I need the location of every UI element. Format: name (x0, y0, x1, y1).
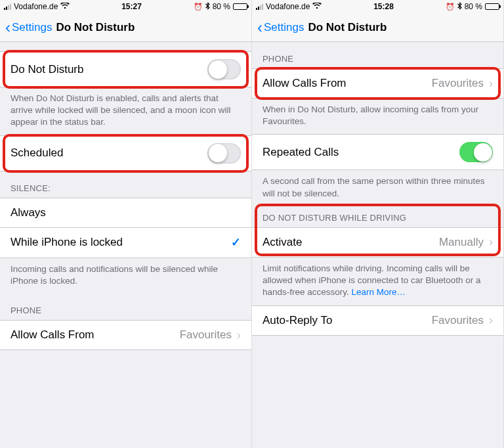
silence-always-label: Always (10, 206, 241, 219)
bluetooth-icon (205, 2, 210, 11)
status-bar: Vodafone.de 15:27 ⏰ 80 % (0, 0, 251, 13)
highlight-dnd: Do Not Disturb (0, 51, 251, 87)
chevron-right-icon: › (489, 313, 493, 327)
screen-right: Vodafone.de 15:28 ⏰ 80 % ‹ Settings Do N… (252, 0, 504, 448)
allow-calls-label: Allow Calls From (262, 77, 432, 90)
phone-header-left: PHONE (0, 294, 251, 320)
allow-calls-footer: When in Do Not Disturb, allow incoming c… (252, 99, 503, 134)
chevron-left-icon: ‹ (5, 20, 10, 35)
repeated-calls-toggle[interactable] (459, 142, 493, 162)
carrier-label: Vodafone.de (266, 2, 310, 11)
scheduled-label: Scheduled (10, 146, 207, 160)
chevron-right-icon: › (489, 235, 493, 249)
silence-footer: Incoming calls and notifications will be… (0, 258, 251, 294)
activate-value: Manually (439, 236, 484, 249)
silence-always-row[interactable]: Always (0, 198, 251, 228)
auto-reply-row[interactable]: Auto-Reply To Favourites › (252, 305, 503, 336)
chevron-left-icon: ‹ (257, 20, 262, 35)
back-label: Settings (12, 21, 52, 34)
silence-header: SILENCE: (0, 171, 251, 198)
driving-footer: Limit notifications while driving. Incom… (252, 258, 503, 305)
highlight-driving: DO NOT DISTURB WHILE DRIVING Activate Ma… (252, 206, 503, 258)
allow-calls-row[interactable]: Allow Calls From Favourites › (252, 68, 503, 99)
activate-label: Activate (262, 236, 439, 249)
dnd-toggle[interactable] (207, 59, 241, 79)
nav-bar: ‹ Settings Do Not Disturb (252, 13, 503, 42)
battery-percent: 80 % (213, 2, 230, 11)
repeated-calls-label: Repeated Calls (262, 146, 459, 159)
nav-bar: ‹ Settings Do Not Disturb (0, 13, 251, 42)
status-bar: Vodafone.de 15:28 ⏰ 80 % (252, 0, 503, 13)
battery-icon (485, 3, 499, 10)
auto-reply-label: Auto-Reply To (262, 314, 432, 327)
highlight-allow-calls: Allow Calls From Favourites › (252, 68, 503, 99)
dnd-label: Do Not Disturb (10, 63, 207, 76)
dnd-toggle-row[interactable]: Do Not Disturb (0, 51, 251, 87)
page-title: Do Not Disturb (56, 21, 135, 34)
signal-icon (4, 3, 11, 10)
back-button[interactable]: ‹ Settings (5, 20, 52, 35)
chevron-right-icon: › (489, 77, 493, 91)
battery-icon (233, 3, 247, 10)
chevron-right-icon: › (237, 328, 241, 342)
allow-calls-label-left: Allow Calls From (10, 328, 180, 342)
wifi-icon (312, 3, 322, 11)
silence-locked-row[interactable]: While iPhone is locked ✓ (0, 228, 251, 258)
alarm-icon: ⏰ (194, 3, 203, 11)
driving-header: DO NOT DISTURB WHILE DRIVING (252, 206, 503, 227)
clock: 15:27 (121, 2, 142, 11)
activate-row[interactable]: Activate Manually › (252, 227, 503, 258)
allow-calls-row-left[interactable]: Allow Calls From Favourites › (0, 320, 251, 350)
checkmark-icon: ✓ (231, 235, 241, 250)
back-label: Settings (264, 21, 304, 34)
clock: 15:28 (373, 2, 394, 11)
learn-more-link[interactable]: Learn More… (352, 287, 406, 297)
allow-calls-value-left: Favourites (180, 328, 232, 342)
back-button[interactable]: ‹ Settings (257, 20, 304, 35)
silence-locked-label: While iPhone is locked (10, 236, 231, 249)
screen-left: Vodafone.de 15:27 ⏰ 80 % ‹ Settings Do N… (0, 0, 252, 448)
repeated-calls-footer: A second call from the same person withi… (252, 170, 503, 206)
page-title: Do Not Disturb (308, 21, 387, 34)
auto-reply-value: Favourites (432, 314, 484, 327)
dnd-footer: When Do Not Disturb is enabled, calls an… (0, 87, 251, 135)
carrier-label: Vodafone.de (14, 2, 58, 11)
scheduled-toggle[interactable] (207, 143, 241, 164)
highlight-scheduled: Scheduled (0, 135, 251, 171)
alarm-icon: ⏰ (446, 3, 455, 11)
bluetooth-icon (457, 2, 462, 11)
phone-header-right: PHONE (252, 42, 503, 68)
battery-percent: 80 % (465, 2, 482, 11)
scheduled-toggle-row[interactable]: Scheduled (0, 135, 251, 171)
wifi-icon (60, 3, 70, 11)
allow-calls-value: Favourites (432, 77, 484, 90)
signal-icon (256, 3, 263, 10)
repeated-calls-row[interactable]: Repeated Calls (252, 134, 503, 170)
